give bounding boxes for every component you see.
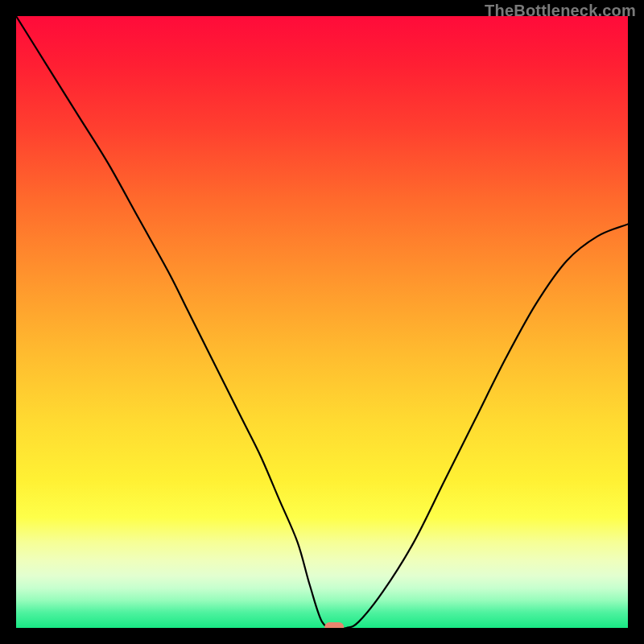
minimum-marker [324,622,344,628]
plot-area [16,16,628,628]
chart-frame: TheBottleneck.com [0,0,644,644]
bottleneck-chart [16,16,628,628]
gradient-background [16,16,628,628]
